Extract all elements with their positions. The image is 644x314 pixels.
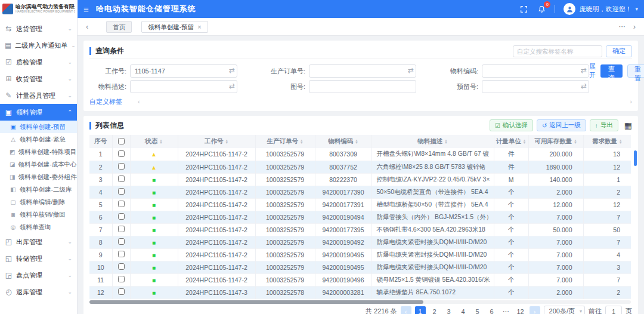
sidebar-item-picking-cost-center[interactable]: ◪ 领料单创建-成本中心 [0,158,77,171]
row-checkbox[interactable] [118,150,125,157]
tab-picking-reserve[interactable]: 领料单创建-预留 × [141,21,208,33]
col-work-no[interactable]: 工作号▲▼ [178,135,255,148]
page-number[interactable]: 1 [415,306,426,314]
row-checkbox[interactable] [118,176,125,182]
material-desc-input[interactable] [130,80,237,93]
row-checkbox[interactable] [118,288,125,295]
user-menu[interactable]: 庞晓明，欢迎您！ ▾ [564,3,638,15]
table-row[interactable]: 5 2024HPC1105-1147-2 10003252579 9420001… [89,198,631,211]
chevron-right-icon[interactable]: › [630,98,632,105]
sidebar-item-picking-outsourced[interactable]: ◨ 领料单创建-委外组件 [0,171,77,183]
sidebar-item-stocktake[interactable]: ◲ 盘点管理 ⌄ [0,267,77,284]
col-demand[interactable]: 需求数量▲▼ [583,135,631,148]
col-status[interactable]: 状态▲▼ [130,135,178,148]
custom-tag-link[interactable]: 自定义标签 [89,97,122,106]
col-unit[interactable]: 计量单位▲▼ [494,135,528,148]
sidebar-item-picking-query[interactable]: ◎ 领料单查询 [0,221,77,233]
table-row[interactable]: 1 2024HPC1105-1147-2 10003252579 8003730… [89,148,631,161]
tabs-back-icon[interactable]: ‹ [83,22,91,31]
export-button[interactable]: ↑ 导出 [590,119,618,131]
page-number[interactable]: 3 [444,306,454,314]
page-number[interactable]: 12 [515,306,526,314]
sidebar-item-secondary-inbound[interactable]: ▤ 二级库入库通知单 ⌄ [0,37,77,54]
row-checkbox[interactable] [118,188,125,195]
confirm-button[interactable]: 确定 [606,45,632,57]
sidebar-item-quality[interactable]: ☑ 质检管理 ⌄ [0,54,77,70]
sidebar-item-picking-special[interactable]: ◩ 领料单创建-特殊项目 [0,146,77,158]
sidebar-item-picking-edit-delete[interactable]: ▢ 领料单编辑/删除 [0,196,77,208]
multi-value-icon[interactable]: ⇄ [408,66,414,75]
sidebar-item-measuring[interactable]: ✎ 计量器具管理 ⌄ [0,87,77,104]
multi-value-icon[interactable]: ⇄ [229,66,235,75]
select-all-checkbox[interactable] [118,138,125,144]
multi-value-icon[interactable]: ⇄ [581,66,587,75]
scrollbar-thumb[interactable] [89,300,423,304]
scrollbar-thumb[interactable] [634,150,637,166]
page-number[interactable]: 4 [458,306,469,314]
jump-page-input[interactable] [605,306,622,314]
reserve-no-input[interactable] [482,80,589,93]
custom-tag-name-input[interactable] [513,45,602,57]
row-checkbox[interactable] [118,263,125,270]
row-checkbox[interactable] [118,251,125,257]
col-order-no[interactable]: 生产订单号▲▼ [255,135,315,148]
tabs-forward-icon[interactable]: › [631,22,638,31]
notification-bell-icon[interactable]: 0 [537,4,546,14]
row-checkbox[interactable] [118,226,125,232]
sidebar-item-picking[interactable]: ▣ 领料管理 ⌃ [0,104,77,121]
search-button[interactable]: 查询 [600,64,623,78]
horizontal-scrollbar[interactable] [89,300,631,304]
col-stock[interactable]: 可用库存数量▲▼ [528,135,583,148]
back-previous-button[interactable]: ↺ 返回上一级 [537,119,586,131]
column-settings-icon[interactable]: ▦ [624,121,632,130]
table-row[interactable]: 9 2024HPC1105-1147-2 10003252579 9420001… [89,248,631,261]
table-row[interactable]: 6 2024HPC1105-1147-2 10003252579 9420001… [89,211,631,223]
next-page-button[interactable]: › [530,306,540,314]
close-icon[interactable]: × [197,21,201,32]
prev-page-button[interactable]: ‹ [401,306,411,314]
table-row[interactable]: 2 2024HPC1105-1147-2 10003252579 8003775… [89,161,631,173]
prod-order-input[interactable] [309,64,416,78]
page-number[interactable]: 2 [429,306,440,314]
table-row[interactable]: 10 2024HPC1105-1147-2 10003252579 942000… [89,261,631,273]
table-row[interactable]: 8 2024HPC1105-1147-2 10003252579 9420001… [89,236,631,248]
sidebar-collapse-icon[interactable]: ≡ [83,4,89,14]
sidebar-item-picking-secondary[interactable]: ◧ 领料单创建-二级库 [0,183,77,196]
expand-link[interactable]: 展开 [589,62,596,80]
col-desc[interactable]: 物料描述▲▼ [371,135,494,148]
work-no-input[interactable] [130,64,237,78]
row-checkbox[interactable] [118,276,125,282]
row-checkbox[interactable] [118,238,125,245]
row-checkbox[interactable] [118,213,125,220]
page-number[interactable]: 6 [487,306,497,314]
multi-value-icon[interactable]: ⇄ [229,82,235,90]
row-checkbox[interactable] [118,201,125,207]
sidebar-item-delivery[interactable]: ⇆ 送货管理 ⌄ [0,20,77,37]
vertical-scrollbar[interactable] [634,150,637,301]
row-checkbox[interactable] [118,163,125,170]
multi-value-icon[interactable]: ⇄ [581,82,587,90]
material-code-input[interactable] [482,64,589,78]
reset-button[interactable]: 重置 [627,64,644,78]
page-size-select[interactable]: 200条/页 [544,306,585,314]
confirm-select-button[interactable]: ☑ 确认选择 [490,119,533,131]
sidebar-item-transfer[interactable]: ◱ 转储管理 ⌄ [0,250,77,267]
sidebar-item-picking-writeoff[interactable]: ◙ 领料单核销/撤回 [0,208,77,221]
drawing-no-input[interactable] [309,80,416,93]
sidebar-item-receiving[interactable]: ⊞ 收货管理 ⌄ [0,70,77,87]
table-row[interactable]: 11 2024HPC1105-1147-2 10003252579 942000… [89,273,631,286]
sidebar-item-picking-reserve[interactable]: ▣ 领料单创建-预留 [0,121,77,133]
sidebar-item-return[interactable]: ◴ 退库管理 ⌄ [0,284,77,300]
table-row[interactable]: 3 2024HPC1105-1147-2 10003252579 8022237… [89,173,631,186]
sidebar-item-picking-urgent[interactable]: △ 领料单创建-紧急 [0,133,77,146]
tab-home[interactable]: 首页 [106,21,132,33]
table-row[interactable]: 12 2024HPC1105-1147-3 10003252578 942000… [89,286,631,298]
table-row[interactable]: 4 2024HPC1105-1147-2 10003252579 9420001… [89,186,631,198]
chevron-left-icon[interactable]: ‹ [138,98,140,105]
page-number[interactable]: 5 [472,306,483,314]
pages-ellipsis[interactable]: ⋯ [501,306,512,314]
sidebar-item-outbound[interactable]: ◰ 出库管理 ⌄ [0,233,77,250]
tabs-more-icon[interactable]: ⋯ [619,23,626,30]
fullscreen-icon[interactable] [519,4,528,14]
col-code[interactable]: 物料编码▲▼ [315,135,371,148]
